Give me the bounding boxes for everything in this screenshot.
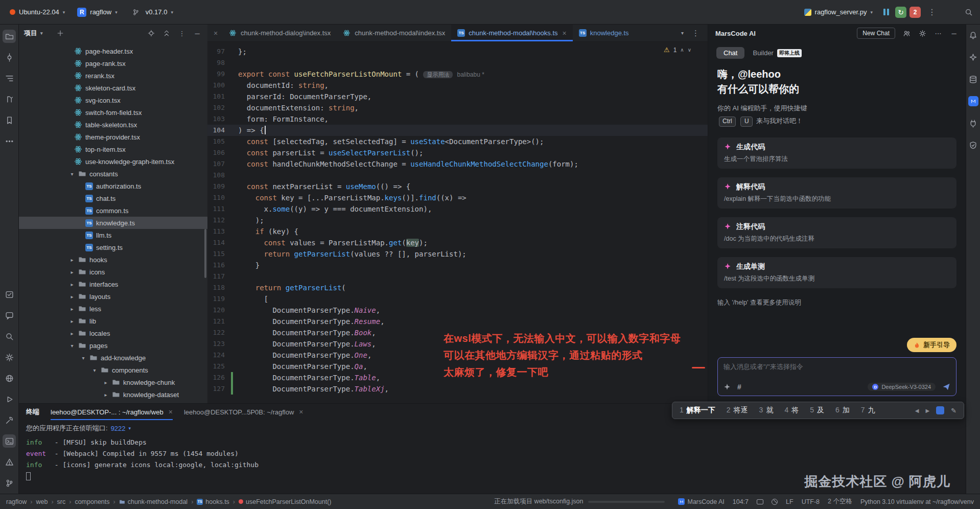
version-control-tool-button[interactable] (3, 476, 16, 490)
tree-item-use-knowledge-graph-item.tsx[interactable]: use-knowledge-graph-item.tsx (19, 155, 207, 168)
breadcrumb-item[interactable]: useFetchParserListOnMount() (239, 498, 331, 505)
settings-icon[interactable] (918, 29, 927, 38)
more-vertical-icon[interactable]: ⋮ (177, 28, 187, 38)
context-hash-icon[interactable]: # (737, 383, 741, 391)
model-selector[interactable]: D DeepSeek-V3-0324 (868, 383, 936, 391)
prompt-card[interactable]: 注释代码/doc 为当前选中的代码生成注释 (717, 217, 956, 248)
commit-tool-button[interactable] (3, 51, 16, 64)
ime-candidate[interactable]: 2将逐 (727, 406, 748, 415)
editor-tab-partial[interactable]: × (207, 25, 223, 41)
port-link[interactable]: 9222 (111, 425, 126, 432)
close-icon[interactable]: × (299, 408, 303, 416)
breadcrumb-item[interactable]: chunk-method-modal (119, 498, 188, 505)
tree-item-knowledge-chunk[interactable]: ▸knowledge-chunk (19, 376, 207, 388)
tree-item-skeleton-card.tsx[interactable]: skeleton-card.tsx (19, 82, 207, 94)
breadcrumb-item[interactable]: ragflow (6, 498, 27, 505)
project-panel-title[interactable]: 项目▾ (24, 29, 43, 38)
tree-item-theme-provider.tsx[interactable]: theme-provider.tsx (19, 131, 207, 143)
code-line[interactable]: 99export const useFetchParserListOnMount… (207, 68, 708, 80)
shield-check-icon[interactable] (967, 138, 980, 152)
todo-tool-button[interactable] (3, 288, 16, 301)
editor-tab[interactable]: TSknowledge.ts (573, 25, 635, 41)
ime-candidate[interactable]: 6加 (835, 406, 850, 415)
tree-item-page-header.tsx[interactable]: page-header.tsx (19, 45, 207, 57)
settings-tool-button[interactable] (3, 351, 16, 364)
tree-item-icons[interactable]: ▸icons (19, 266, 207, 278)
tree-item-page-rank.tsx[interactable]: page-rank.tsx (19, 57, 207, 70)
branch-selector[interactable]: v0.17.0 ▾ (125, 4, 178, 21)
ime-candidate[interactable]: 5及 (810, 406, 824, 415)
wsl-selector[interactable]: Ubuntu-22.04 ▾ (5, 6, 69, 18)
code-line[interactable]: 100 documentId: string, (207, 80, 708, 91)
database-icon[interactable] (967, 73, 980, 86)
tree-item-layouts[interactable]: ▸layouts (19, 290, 207, 303)
tab-builder[interactable]: Builder 即将上线 (753, 49, 801, 57)
breadcrumb-item[interactable]: TShooks.ts (197, 498, 229, 505)
code-line[interactable]: 111 x.some((y) => y === documentExtensio… (207, 203, 708, 215)
line-ending-selector[interactable]: LF (786, 498, 794, 505)
next-issue-icon[interactable]: ∨ (688, 47, 691, 53)
code-line[interactable]: 113 if (key) { (207, 226, 708, 237)
run-config-selector[interactable]: ragflow_server.py ▾ (800, 6, 877, 18)
tree-item-svg-icon.tsx[interactable]: svg-icon.tsx (19, 94, 207, 106)
project-selector[interactable]: R ragflow ▾ (73, 5, 122, 19)
code-line[interactable]: 112 ); (207, 215, 708, 226)
project-scrollbar[interactable] (204, 229, 206, 278)
encoding-selector[interactable]: UTF-8 (802, 498, 820, 505)
editor-tab[interactable]: chunk-method-modal\index.tsx (337, 25, 451, 41)
tree-item-switch-fom-field.tsx[interactable]: switch-fom-field.tsx (19, 106, 207, 119)
tree-item-llm.ts[interactable]: TSllm.ts (19, 229, 207, 241)
code-line[interactable]: 108 (207, 170, 708, 181)
close-icon[interactable]: × (169, 408, 173, 416)
more-vertical-icon[interactable]: ⋮ (692, 29, 699, 38)
code-line[interactable]: 109 const nextParserList = useMemo(() =>… (207, 181, 708, 192)
more-vertical-icon[interactable]: ⋮ (924, 7, 940, 17)
marscode-status[interactable]: MarsCode AI (678, 498, 724, 505)
terminal-tab[interactable]: leehoo@DESKTOP...5P0B: ~/ragflow× (184, 404, 304, 420)
code-line[interactable]: 120 DocumentParserType.Naive, (207, 305, 708, 316)
tree-item-authorization.ts[interactable]: TSauthorization.ts (19, 180, 207, 192)
pull-requests-tool-button[interactable] (3, 92, 16, 106)
chat-input[interactable]: 输入消息或者"/"来选择指令 # D DeepSeek-V3-0324 (717, 357, 956, 396)
prompt-card[interactable]: 生成单测/test 为这段选中的函数生成单测 (717, 257, 956, 288)
terminal-panel-title[interactable]: 终端 (26, 407, 39, 417)
screen-share-icon[interactable] (757, 499, 763, 504)
ime-candidate[interactable]: 3就 (759, 406, 774, 415)
tree-item-interfaces[interactable]: ▸interfaces (19, 278, 207, 290)
build-tool-button[interactable] (3, 413, 16, 427)
tree-item-common.ts[interactable]: TScommon.ts (19, 204, 207, 217)
minimize-icon[interactable]: ─ (949, 29, 959, 38)
search-tool-button[interactable] (3, 330, 16, 343)
code-line[interactable]: 127 DocumentParserType.TableXj, (207, 383, 708, 395)
terminal-tool-button[interactable] (3, 434, 16, 448)
new-chat-button[interactable]: New Chat (857, 28, 895, 39)
tree-item-rerank.tsx[interactable]: rerank.tsx (19, 70, 207, 82)
caret-position[interactable]: 104:7 (733, 498, 749, 505)
close-icon[interactable]: × (563, 29, 567, 37)
reader-mode-icon[interactable] (772, 499, 778, 505)
code-line[interactable]: 103 form: FormInstance, (207, 113, 708, 125)
code-line[interactable]: 105 const [selectedTag, setSelectedTag] … (207, 136, 708, 147)
tree-item-pages[interactable]: ▾pages (19, 339, 207, 352)
code-line[interactable]: 116 } (207, 260, 708, 271)
prompt-card[interactable]: 生成代码生成一个冒泡排序算法 (717, 137, 956, 169)
code-line[interactable]: 97}; (207, 46, 708, 57)
tree-item-components[interactable]: ▾components (19, 364, 207, 376)
community-icon[interactable] (902, 29, 911, 38)
send-icon[interactable] (942, 383, 950, 391)
tree-item-constants[interactable]: ▾constants (19, 168, 207, 180)
editor-tab[interactable]: chunk-method-dialog\index.tsx (223, 25, 337, 41)
code-line[interactable]: 98 (207, 57, 708, 68)
project-tool-button[interactable] (3, 30, 16, 43)
indent-selector[interactable]: 2 个空格 (828, 497, 852, 506)
tree-item-setting.ts[interactable]: TSsetting.ts (19, 241, 207, 253)
web-tool-button[interactable] (3, 372, 16, 385)
code-line[interactable]: 114 const values = ParserListMap.get(key… (207, 237, 708, 248)
code-line[interactable]: 101 parserId: DocumentParserType, (207, 91, 708, 102)
bookmarks-tool-button[interactable] (3, 113, 16, 127)
run-tool-button[interactable] (3, 392, 16, 406)
sparkle-icon[interactable] (724, 383, 731, 390)
problems-tool-button[interactable] (3, 455, 16, 469)
ime-next-icon[interactable]: ▶ (925, 408, 929, 413)
tree-item-locales[interactable]: ▸locales (19, 327, 207, 339)
